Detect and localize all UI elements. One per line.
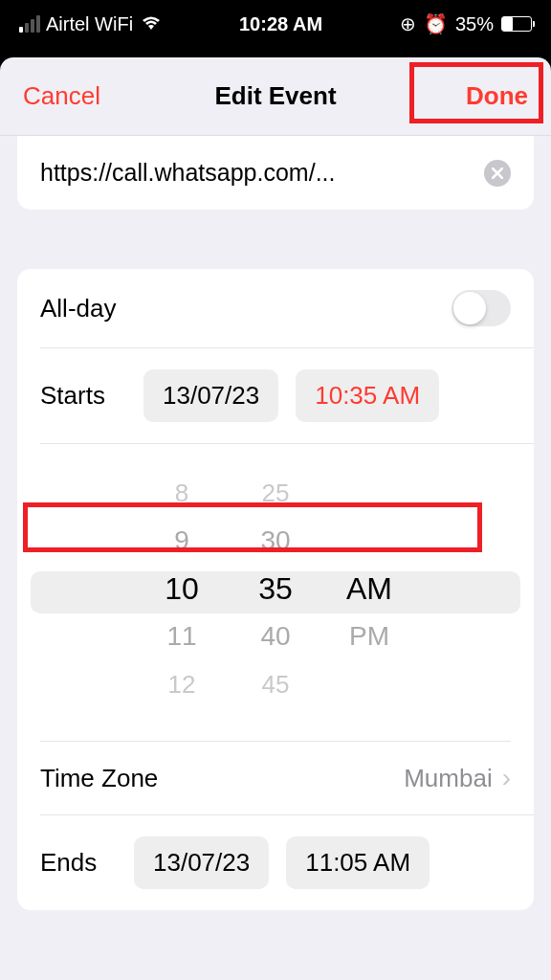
ends-date-button[interactable]: 13/07/23 <box>134 836 269 889</box>
picker-item[interactable]: 11 <box>158 617 206 656</box>
picker-item-selected[interactable]: 10 <box>158 569 206 608</box>
picker-item[interactable]: PM <box>345 617 393 656</box>
alarm-icon: ⏰ <box>424 12 448 35</box>
clear-url-button[interactable] <box>484 160 511 187</box>
ends-label: Ends <box>40 848 117 878</box>
battery-icon <box>501 16 532 32</box>
starts-date-button[interactable]: 13/07/23 <box>143 369 278 422</box>
page-title: Edit Event <box>214 81 336 111</box>
status-right: ⊕ ⏰ 35% <box>400 12 532 35</box>
picker-item[interactable]: 12 <box>158 665 206 703</box>
minute-picker-column[interactable]: 20 25 30 35 40 45 50 <box>252 459 299 718</box>
timezone-row[interactable]: Time Zone Mumbai › <box>17 742 534 814</box>
carrier-label: Airtel WiFi <box>46 13 133 35</box>
signal-icon <box>19 15 40 33</box>
status-bar: Airtel WiFi 10:28 AM ⊕ ⏰ 35% <box>0 0 551 48</box>
url-input[interactable]: https://call.whatsapp.com/... <box>40 159 335 187</box>
event-details-card: All-day Starts 13/07/23 10:35 AM 7 8 9 <box>17 269 534 910</box>
cancel-button[interactable]: Cancel <box>23 81 100 111</box>
all-day-toggle[interactable] <box>452 290 511 326</box>
highlight-annotation <box>23 502 482 552</box>
battery-percent: 35% <box>455 13 494 35</box>
picker-item[interactable]: 20 <box>252 459 299 464</box>
picker-item-selected[interactable]: 35 <box>252 569 299 608</box>
time-picker[interactable]: 7 8 9 10 11 12 1 20 25 30 35 40 45 <box>40 444 511 742</box>
all-day-row: All-day <box>17 269 534 347</box>
picker-item[interactable]: 45 <box>252 665 299 703</box>
timezone-value: Mumbai › <box>404 763 511 793</box>
timezone-label: Time Zone <box>40 764 404 793</box>
wifi-icon <box>141 16 162 32</box>
highlight-annotation <box>409 62 543 123</box>
picker-item[interactable]: 50 <box>252 713 299 718</box>
starts-row: Starts 13/07/23 10:35 AM <box>17 348 534 443</box>
picker-item[interactable]: 40 <box>252 617 299 656</box>
all-day-label: All-day <box>40 294 452 323</box>
starts-time-button[interactable]: 10:35 AM <box>296 369 439 422</box>
url-field-row[interactable]: https://call.whatsapp.com/... <box>17 136 534 210</box>
ends-row: Ends 13/07/23 11:05 AM <box>17 815 534 910</box>
picker-item[interactable]: 7 <box>158 459 206 464</box>
status-left: Airtel WiFi <box>19 13 162 35</box>
orientation-lock-icon: ⊕ <box>400 12 416 35</box>
chevron-right-icon: › <box>502 763 511 793</box>
close-icon <box>492 167 503 179</box>
picker-item[interactable]: 1 <box>158 713 206 718</box>
hour-picker-column[interactable]: 7 8 9 10 11 12 1 <box>158 459 206 718</box>
starts-label: Starts <box>40 381 126 411</box>
picker-item-selected[interactable]: AM <box>345 569 393 608</box>
ampm-picker-column[interactable]: AM PM <box>345 459 393 718</box>
status-time: 10:28 AM <box>239 13 322 35</box>
ends-time-button[interactable]: 11:05 AM <box>286 836 430 889</box>
